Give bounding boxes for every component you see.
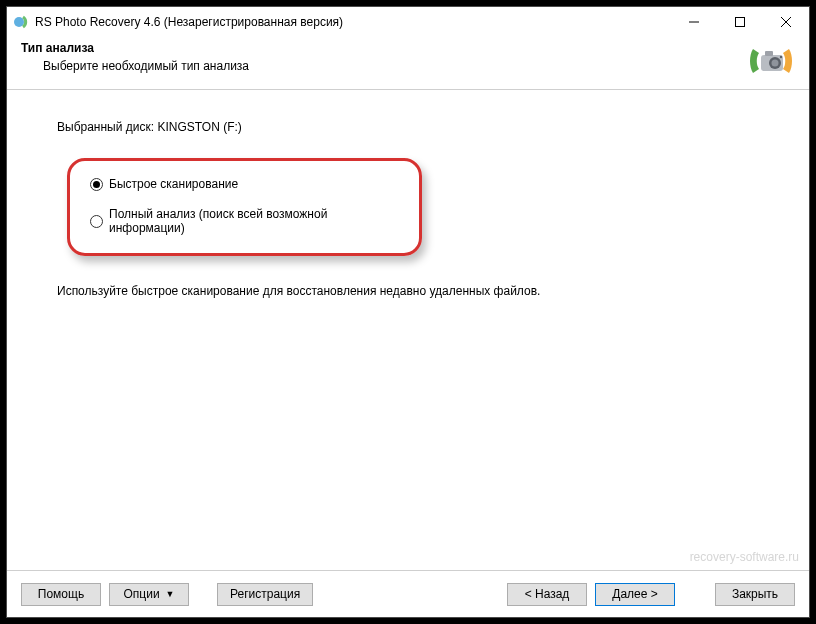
svg-point-9 [780, 56, 782, 58]
window-controls [671, 7, 809, 37]
options-button[interactable]: Опции ▼ [109, 583, 189, 606]
help-button[interactable]: Помощь [21, 583, 101, 606]
app-icon [13, 14, 29, 30]
close-button[interactable] [763, 7, 809, 37]
back-button[interactable]: < Назад [507, 583, 587, 606]
radio-full-scan-label: Полный анализ (поиск всей возможной инфо… [109, 207, 399, 235]
page-subtitle: Выберите необходимый тип анализа [43, 59, 747, 73]
wizard-content: Выбранный диск: KINGSTON (F:) Быстрое ск… [7, 90, 809, 570]
hint-text: Используйте быстрое сканирование для вос… [57, 284, 759, 298]
close-wizard-button[interactable]: Закрыть [715, 583, 795, 606]
svg-rect-6 [765, 51, 773, 56]
minimize-button[interactable] [671, 7, 717, 37]
watermark: recovery-software.ru [690, 550, 799, 564]
svg-point-0 [14, 17, 24, 27]
scan-options-highlight: Быстрое сканирование Полный анализ (поис… [67, 158, 422, 256]
svg-point-8 [772, 60, 779, 67]
titlebar: RS Photo Recovery 4.6 (Незарегистрирован… [7, 7, 809, 37]
page-title: Тип анализа [21, 41, 747, 55]
next-button[interactable]: Далее > [595, 583, 675, 606]
app-window: RS Photo Recovery 4.6 (Незарегистрирован… [6, 6, 810, 618]
maximize-button[interactable] [717, 7, 763, 37]
window-title: RS Photo Recovery 4.6 (Незарегистрирован… [35, 15, 671, 29]
register-button[interactable]: Регистрация [217, 583, 313, 606]
radio-fast-scan[interactable]: Быстрое сканирование [90, 177, 399, 191]
radio-icon [90, 215, 103, 228]
wizard-footer: Помощь Опции ▼ Регистрация < Назад Далее… [7, 571, 809, 617]
wizard-header: Тип анализа Выберите необходимый тип ана… [7, 37, 809, 89]
radio-icon [90, 178, 103, 191]
radio-fast-scan-label: Быстрое сканирование [109, 177, 238, 191]
selected-disk-label: Выбранный диск: KINGSTON (F:) [57, 120, 759, 134]
svg-rect-2 [736, 18, 745, 27]
radio-full-scan[interactable]: Полный анализ (поиск всей возможной инфо… [90, 207, 399, 235]
header-icon [747, 41, 795, 81]
chevron-down-icon: ▼ [166, 589, 175, 599]
